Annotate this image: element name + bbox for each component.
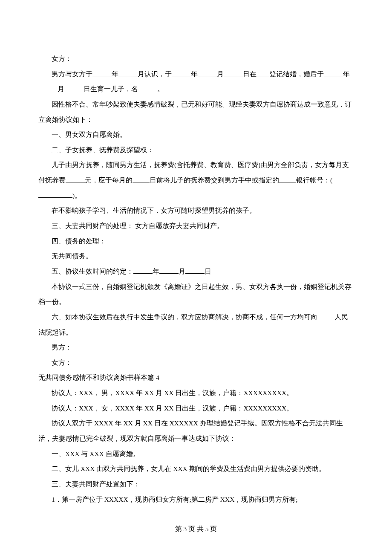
relationship-history: 男方与女方于年月认识，于年月日在登记结婚，婚后于年月日生育一儿子，名。: [38, 66, 354, 97]
footer-prefix: 第: [175, 525, 184, 532]
text-segment: 男方与女方于: [52, 70, 92, 78]
blank-field: [118, 68, 138, 76]
blank-field: [92, 68, 112, 76]
section-heading-4: 无共同债务感情不和协议离婚书样本篇 4: [38, 370, 354, 385]
blank-field: [133, 175, 150, 183]
page-footer: 第 3 页 共 5 页: [0, 525, 392, 534]
preamble: 因性格不合、常年吵架致使夫妻感情破裂，已无和好可能。现经夫妻双方自愿协商达成一致…: [38, 97, 354, 127]
clause-4-body: 无共同债务。: [38, 249, 354, 264]
blank-field: [133, 266, 153, 274]
footer-suffix: 页: [209, 525, 217, 532]
blank-field: [38, 190, 72, 198]
clause-2-visitation: 在不影响孩子学习、生活的情况下，女方可随时探望男抚养的孩子。: [38, 203, 354, 218]
text-segment: 月: [179, 268, 185, 275]
blank-field: [317, 311, 334, 319]
footer-middle: 页 共: [187, 525, 205, 532]
text-segment: 月: [58, 85, 64, 92]
party-female-info: 协议人：XXX， 女，XXXX 年 XX 月 XX 日出生，汉族，户籍：XXXX…: [38, 401, 354, 416]
page-total: 5: [205, 525, 209, 532]
blank-field: [198, 68, 217, 76]
blank-field: [172, 68, 191, 76]
blank-field: [159, 266, 179, 274]
clause-5: 五、协议生效时间的约定：年月日: [38, 264, 354, 279]
signature-male: 男方：: [38, 340, 354, 355]
blank-field: [257, 68, 269, 76]
party-female: 女方：: [38, 51, 354, 66]
clause-4-header: 四、债务的处理：: [38, 234, 354, 249]
party-male-info: 协议人：XXX， 男，XXXX 年 XX 月 XX 日出生，汉族，户籍：XXXX…: [38, 385, 354, 401]
text-segment: 年: [343, 70, 350, 78]
text-segment: 日生育一儿子，名: [84, 85, 138, 92]
signature-female: 女方：: [38, 355, 354, 370]
text-segment: 日前将儿子的抚养费交到男方手中或指定的: [150, 176, 279, 184]
text-segment: 日: [205, 268, 211, 275]
blank-field: [138, 84, 157, 92]
clause-1: 一、男女双方自愿离婚。: [38, 127, 354, 142]
text-segment: 月: [217, 70, 224, 78]
text-segment: 元，应于每月的: [85, 176, 133, 184]
agreement-clause-1: 一、XXX 与 XXX 自愿离婚。: [38, 446, 354, 462]
text-segment: 银行帐号：(: [296, 176, 332, 184]
blank-field: [279, 175, 296, 183]
text-segment: 登记结婚，婚后于: [269, 70, 324, 78]
text-segment: )。: [72, 192, 81, 199]
agreement-clause-3: 三、夫妻共同财产处置如下：: [38, 477, 354, 492]
clause-2-body: 儿子由男方抚养，随同男方生活，抚养费(含托养费、教育费、医疗费)由男方全部负责，…: [38, 157, 354, 203]
clause-6: 六、如本协议生效后在执行中发生争议的，双方应协商解决，协商不成，任何一方均可向人…: [38, 309, 354, 340]
text-segment: 五、协议生效时间的约定：: [52, 268, 133, 275]
document-body: 女方： 男方与女方于年月认识，于年月日在登记结婚，婚后于年月日生育一儿子，名。 …: [38, 51, 354, 507]
text-segment: 年: [112, 70, 118, 78]
agreement-clause-2: 二、女儿 XXX 由双方共同抚养，女儿在 XXX 期间的学费及生活费由男方提供必…: [38, 461, 354, 477]
clause-2-header: 二、子女抚养、抚养费及探望权：: [38, 142, 354, 158]
text-segment: 六、如本协议生效后在执行中发生争议的，双方应协商解决，协商不成，任何一方均可向: [52, 313, 317, 321]
blank-field: [224, 68, 243, 76]
copies-clause: 本协议一式三份，自婚姻登记机颁发《离婚证》之日起生效，男、女双方各执一份，婚姻登…: [38, 279, 354, 309]
blank-field: [324, 68, 343, 76]
text-segment: 年: [153, 268, 159, 275]
text-segment: 月认识，于: [138, 70, 172, 78]
property-item-1: 1．第一房产位于 XXXXX，现协商归女方所有;第二房产 XXX，现协商归男方所…: [38, 492, 354, 507]
text-segment: 日在: [243, 70, 257, 78]
clause-3: 三、夫妻共同财产的处理： 女方自愿放弃夫妻共同财产。: [38, 218, 354, 234]
text-segment: 。: [157, 85, 164, 92]
blank-field: [64, 84, 84, 92]
blank-field: [185, 266, 205, 274]
blank-field: [66, 175, 85, 183]
text-segment: 年: [191, 70, 198, 78]
blank-field: [38, 84, 58, 92]
marriage-background: 协议人双方于 XXXX 年 XX 月 XX 日在 XXXXXX 办理结婚登记手续…: [38, 416, 354, 446]
